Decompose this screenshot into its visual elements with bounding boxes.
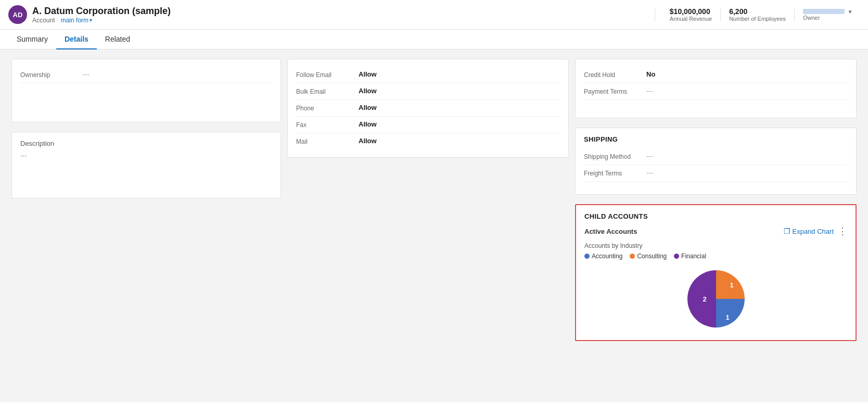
shipping-method-label: Shipping Method	[584, 152, 646, 160]
pie-label-accounting: 1	[725, 313, 729, 321]
chart-header: Active Accounts ❐ Expand Chart ⋮	[584, 225, 847, 237]
chevron-down-icon[interactable]: ▾	[849, 9, 851, 15]
stat-revenue: $10,000,000 Annual Revenue	[661, 7, 721, 22]
revenue-value: $10,000,000	[670, 7, 712, 16]
payment-terms-label: Payment Terms	[584, 87, 646, 95]
description-title: Description	[20, 140, 272, 147]
credit-hold-label: Credit Hold	[584, 70, 646, 79]
phone-label: Phone	[296, 104, 359, 112]
child-accounts-title: CHILD ACCOUNTS	[584, 212, 847, 220]
pie-label-consulting: 1	[730, 281, 733, 289]
mail-row: Mail Allow	[296, 133, 560, 150]
pie-financial	[687, 270, 716, 328]
freight-terms-value: ---	[646, 169, 653, 177]
phone-row: Phone Allow	[296, 100, 560, 117]
pie-accounting	[716, 299, 745, 328]
fax-row: Fax Allow	[296, 117, 560, 133]
expand-chart-button[interactable]: ❐ Expand Chart	[784, 227, 834, 235]
description-panel: Description ---	[11, 132, 281, 198]
expand-icon: ❐	[784, 227, 790, 235]
legend-consulting: Consulting	[630, 253, 667, 260]
mail-value: Allow	[359, 137, 377, 145]
tab-summary[interactable]: Summary	[8, 30, 56, 49]
chevron-down-icon: ▾	[90, 17, 92, 23]
right-column: Credit Hold No Payment Terms --- SHIPPIN…	[572, 56, 860, 396]
app-header: AD A. Datum Corporation (sample) Account…	[0, 0, 868, 30]
avatar: AD	[8, 5, 27, 24]
owner-value: ▾	[803, 9, 851, 15]
accounting-label: Accounting	[592, 253, 622, 260]
tab-bar: Summary Details Related	[0, 30, 868, 49]
legend-accounting: Accounting	[584, 253, 622, 260]
chart-more-button[interactable]: ⋮	[838, 225, 847, 237]
breadcrumb-form-link[interactable]: main form ▾	[61, 17, 92, 24]
employees-value: 6,200	[729, 7, 786, 16]
tab-details[interactable]: Details	[56, 30, 97, 49]
follow-email-value: Allow	[359, 70, 377, 78]
bulk-email-label: Bulk Email	[296, 87, 359, 95]
breadcrumb-form-label: main form	[61, 17, 88, 24]
legend-financial: Financial	[674, 253, 706, 260]
consulting-label: Consulting	[637, 253, 667, 260]
credit-hold-value: No	[646, 70, 655, 78]
owner-bar	[803, 9, 845, 14]
breadcrumb-separator: ·	[57, 17, 58, 24]
stat-owner[interactable]: ▾ Owner	[795, 9, 860, 21]
shipping-method-value: ---	[646, 152, 653, 160]
tab-related[interactable]: Related	[97, 30, 138, 49]
description-value: ---	[20, 152, 272, 159]
left-column: Ownership --- Description ---	[8, 56, 284, 396]
fax-value: Allow	[359, 120, 377, 128]
child-accounts-panel: CHILD ACCOUNTS Active Accounts ❐ Expand …	[575, 204, 857, 341]
pie-label-financial: 2	[703, 295, 706, 303]
payment-terms-row: Payment Terms ---	[584, 83, 848, 100]
credit-hold-row: Credit Hold No	[584, 67, 848, 83]
breadcrumb-type: Account	[32, 17, 55, 24]
freight-terms-label: Freight Terms	[584, 169, 646, 177]
chart-legend: Accounting Consulting Financial	[584, 253, 847, 260]
bulk-email-row: Bulk Email Allow	[296, 83, 560, 100]
owner-label: Owner	[803, 15, 851, 21]
stat-employees: 6,200 Number of Employees	[721, 7, 795, 22]
follow-email-label: Follow Email	[296, 70, 359, 79]
contact-preferences-panel: Follow Email Allow Bulk Email Allow Phon…	[287, 59, 569, 158]
expand-chart-label: Expand Chart	[793, 228, 834, 235]
ownership-label: Ownership	[20, 70, 83, 79]
ownership-field-row: Ownership ---	[20, 67, 272, 83]
consulting-dot	[630, 254, 635, 259]
account-name: A. Datum Corporation (sample)	[32, 6, 648, 17]
shipping-title: SHIPPING	[584, 135, 848, 143]
ownership-panel: Ownership ---	[11, 59, 281, 122]
payment-terms-value: ---	[646, 87, 653, 95]
ownership-value: ---	[83, 70, 90, 78]
shipping-method-row: Shipping Method ---	[584, 148, 848, 165]
header-title: A. Datum Corporation (sample) Account · …	[32, 6, 648, 24]
middle-column: Follow Email Allow Bulk Email Allow Phon…	[284, 56, 572, 396]
main-content: Ownership --- Description --- Follow Ema…	[0, 49, 868, 402]
chart-subtitle: Accounts by Industry	[584, 242, 847, 249]
revenue-label: Annual Revenue	[670, 16, 712, 22]
breadcrumb: Account · main form ▾	[32, 17, 648, 24]
mail-label: Mail	[296, 137, 359, 145]
billing-panel: Credit Hold No Payment Terms ---	[575, 59, 857, 118]
fax-label: Fax	[296, 120, 359, 129]
pie-chart-container: 2 1 1	[584, 265, 847, 333]
phone-value: Allow	[359, 104, 377, 111]
freight-terms-row: Freight Terms ---	[584, 165, 848, 182]
follow-email-row: Follow Email Allow	[296, 67, 560, 83]
financial-label: Financial	[681, 253, 706, 260]
bulk-email-value: Allow	[359, 87, 377, 95]
employees-label: Number of Employees	[729, 16, 786, 22]
header-stats: $10,000,000 Annual Revenue 6,200 Number …	[655, 7, 860, 22]
active-accounts-title: Active Accounts	[584, 228, 784, 235]
shipping-panel: SHIPPING Shipping Method --- Freight Ter…	[575, 128, 857, 195]
pie-chart: 2 1 1	[682, 265, 750, 333]
financial-dot	[674, 254, 679, 259]
accounting-dot	[584, 254, 590, 259]
